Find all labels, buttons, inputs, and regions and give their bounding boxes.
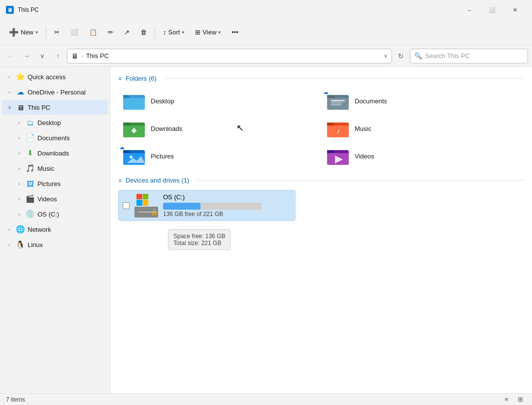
sidebar-item-quick-access[interactable]: › ⭐ Quick access (2, 69, 108, 84)
sidebar-item-desktop[interactable]: › 🗂 Desktop (2, 115, 108, 130)
sidebar-item-os-c[interactable]: › 💿 OS (C:) (2, 207, 108, 221)
downloads-folder-icon: ⬇ (26, 149, 34, 157)
folder-item-documents[interactable]: ☁ Documents (322, 88, 524, 114)
folder-item-videos[interactable]: Videos (322, 143, 524, 169)
drive-info: OS (C:) 136 GB free of 221 GB (163, 193, 291, 218)
folders-grid: Desktop ☁ Documents (118, 88, 524, 169)
recent-locations-button[interactable]: ∨ (35, 49, 49, 63)
network-chevron-icon: › (6, 227, 13, 232)
status-bar: 7 items ≡ ⊞ (0, 393, 532, 405)
minimize-button[interactable]: – (458, 2, 481, 18)
up-button[interactable]: ↑ (51, 49, 65, 63)
pictures-chevron-icon: › (16, 181, 23, 187)
sidebar-item-downloads[interactable]: › ⬇ Downloads (2, 146, 108, 160)
details-view-button[interactable]: ≡ (500, 394, 512, 405)
drives-header-text: Devices and drives (1) (126, 177, 189, 184)
sidebar-label-onedrive: OneDrive - Personal (28, 89, 86, 96)
linux-icon: 🐧 (16, 240, 25, 249)
drives-section-header[interactable]: ∨ Devices and drives (1) (118, 177, 524, 184)
rename-button[interactable]: ✏ (103, 24, 118, 41)
search-icon: 🔍 (414, 52, 422, 60)
pictures-cloud-icon: ☁ (119, 144, 125, 151)
rename-icon: ✏ (108, 29, 113, 36)
share-button[interactable]: ↗ (119, 24, 134, 41)
address-bar[interactable]: 🖥 › This PC ∨ (67, 49, 392, 63)
forward-button[interactable]: → (20, 49, 33, 63)
search-bar[interactable]: 🔍 Search This PC (410, 49, 528, 63)
quick-access-chevron-icon: › (6, 74, 13, 80)
address-pc-icon: 🖥 (71, 52, 78, 60)
more-icon: ••• (232, 29, 238, 36)
new-button[interactable]: ➕ New ▾ (4, 24, 43, 41)
sidebar-item-onedrive[interactable]: › ☁ OneDrive - Personal (2, 85, 108, 99)
desktop-chevron-icon: › (16, 120, 23, 125)
more-button[interactable]: ••• (227, 24, 243, 41)
svg-rect-13 (133, 131, 135, 133)
music-chevron-icon: › (16, 166, 23, 171)
drive-space-text: 136 GB free of 221 GB (163, 211, 291, 218)
svg-point-21 (130, 156, 133, 158)
maximize-button[interactable]: ⬜ (481, 2, 503, 18)
folder-item-desktop[interactable]: Desktop (118, 88, 320, 114)
delete-icon: 🗑 (140, 29, 147, 36)
music-folder-icon: 🎵 (26, 164, 34, 173)
svg-rect-4 (327, 98, 349, 110)
sidebar-label-desktop: Desktop (37, 119, 61, 126)
sort-button[interactable]: ↕ Sort ▾ (158, 24, 189, 41)
folders-collapse-icon: ∨ (118, 76, 122, 81)
documents-cloud-icon: ☁ (323, 89, 329, 95)
sidebar-label-quick-access: Quick access (28, 73, 66, 81)
drive-item-os-c[interactable]: 🔒 OS (C:) 136 GB free of 221 GB Space fr… (118, 190, 296, 221)
sidebar-item-network[interactable]: › 🌐 Network (2, 222, 108, 237)
paste-button[interactable]: 📋 (84, 24, 102, 41)
search-placeholder: Search This PC (425, 52, 470, 60)
refresh-button[interactable]: ↻ (394, 49, 408, 63)
sidebar-item-music[interactable]: › 🎵 Music (2, 161, 108, 176)
onedrive-chevron-icon: › (6, 90, 13, 95)
sidebar-item-pictures[interactable]: › 🖼 Pictures (2, 176, 108, 191)
sort-chevron-icon: ▾ (182, 30, 184, 35)
new-icon: ➕ (9, 28, 19, 37)
sidebar-item-this-pc[interactable]: ∨ 🖥 This PC (2, 100, 108, 115)
cut-button[interactable]: ✂ (49, 24, 65, 41)
drive-checkbox[interactable] (123, 202, 130, 209)
folder-name-downloads: Downloads (151, 125, 182, 132)
svg-text:♪: ♪ (336, 127, 340, 135)
address-text: This PC (86, 52, 381, 60)
folder-name-pictures: Pictures (151, 153, 174, 160)
videos-folder-icon: 🎬 (26, 194, 34, 203)
sidebar: › ⭐ Quick access › ☁ OneDrive - Personal… (0, 67, 110, 393)
folder-item-music[interactable]: ♪ Music (322, 116, 524, 141)
sidebar-item-documents[interactable]: › 📄 Documents (2, 130, 108, 145)
drive-bar-fill (163, 203, 200, 210)
share-icon: ↗ (124, 29, 130, 36)
delete-button[interactable]: 🗑 (135, 24, 152, 41)
folder-item-downloads[interactable]: Downloads (118, 116, 320, 141)
main-content: › ⭐ Quick access › ☁ OneDrive - Personal… (0, 67, 532, 393)
app-icon: 🖥 (6, 6, 14, 14)
sidebar-label-this-pc: This PC (28, 104, 50, 111)
drive-bar (163, 203, 262, 210)
folder-item-pictures[interactable]: ☁ Pictures (118, 143, 320, 169)
window-controls: – ⬜ ✕ (458, 2, 526, 18)
close-button[interactable]: ✕ (503, 2, 526, 18)
divider-1 (46, 27, 46, 38)
documents-icon-wrap: ☁ (326, 91, 350, 111)
videos-chevron-icon: › (16, 196, 23, 202)
drives-collapse-icon: ∨ (118, 178, 122, 183)
drive-name: OS (C:) (163, 193, 291, 201)
network-icon: 🌐 (16, 225, 25, 234)
folder-name-music: Music (355, 125, 371, 132)
view-chevron-icon: ▾ (218, 30, 221, 35)
svg-rect-6 (331, 100, 345, 101)
divider-2 (155, 27, 155, 38)
view-button[interactable]: ⊞ View ▾ (190, 24, 226, 41)
file-view: ∨ Folders (6) Desktop ☁ (110, 67, 532, 393)
pictures-folder-icon: 🖼 (26, 180, 34, 188)
tiles-view-button[interactable]: ⊞ (514, 394, 526, 405)
back-button[interactable]: ← (4, 49, 18, 63)
folders-section-header[interactable]: ∨ Folders (6) (118, 75, 524, 82)
sidebar-item-videos[interactable]: › 🎬 Videos (2, 191, 108, 206)
sidebar-item-linux[interactable]: › 🐧 Linux (2, 237, 108, 252)
copy-button[interactable]: ⬜ (66, 24, 83, 41)
